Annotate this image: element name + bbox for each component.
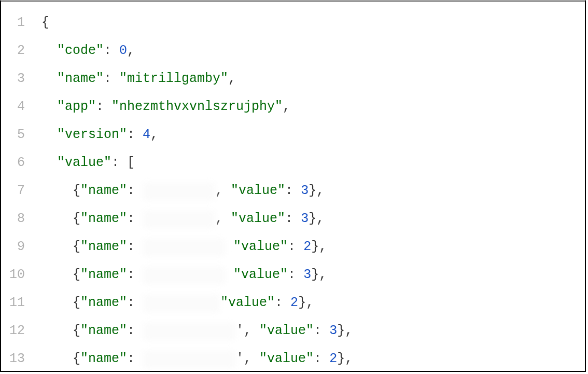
json-key: "name" bbox=[80, 183, 127, 198]
trail: }, bbox=[337, 323, 353, 338]
redacted-value bbox=[143, 295, 220, 312]
line-number: 7 bbox=[1, 177, 25, 205]
json-key: "value" bbox=[231, 211, 285, 226]
trail: }, bbox=[309, 211, 324, 226]
json-number: 4 bbox=[143, 127, 150, 142]
separator: ', bbox=[236, 351, 259, 366]
line-number: 6 bbox=[1, 149, 25, 177]
redacted-value bbox=[143, 239, 226, 256]
line-number: 8 bbox=[1, 205, 25, 233]
line-number: 11 bbox=[1, 289, 25, 317]
json-key: "value" bbox=[233, 239, 288, 254]
json-key: "value" bbox=[259, 323, 314, 338]
separator: ', bbox=[236, 323, 259, 338]
redacted-value bbox=[143, 211, 215, 228]
code-editor-frame: 1 2 3 4 5 6 7 8 9 10 11 12 13 { "code": … bbox=[0, 0, 586, 372]
json-key: "name" bbox=[80, 323, 127, 338]
json-key: "value" bbox=[233, 267, 288, 282]
json-key: "name" bbox=[80, 351, 127, 366]
trail: }, bbox=[311, 267, 327, 282]
redacted-value bbox=[143, 267, 226, 284]
json-key: "name" bbox=[80, 211, 127, 226]
json-number: 2 bbox=[329, 351, 337, 366]
line-number: 3 bbox=[1, 65, 25, 93]
line-number: 13 bbox=[1, 345, 25, 372]
json-key: "value" bbox=[220, 295, 275, 310]
code-line: {"name": , "value": 3}, bbox=[41, 205, 585, 233]
json-number: 2 bbox=[290, 295, 298, 310]
json-key: "code" bbox=[57, 43, 104, 58]
json-key: "app" bbox=[57, 99, 96, 114]
json-number: 2 bbox=[303, 239, 311, 254]
json-key: "version" bbox=[57, 127, 127, 142]
line-number: 10 bbox=[1, 261, 25, 289]
redacted-value bbox=[143, 351, 236, 368]
json-key: "value" bbox=[231, 183, 285, 198]
code-line: {"name": "value": 2}, bbox=[41, 233, 585, 261]
separator: , bbox=[215, 183, 231, 198]
line-number: 4 bbox=[1, 93, 25, 121]
code-line: {"name": "value": 2}, bbox=[41, 289, 585, 317]
trail: }, bbox=[309, 183, 324, 198]
line-number: 5 bbox=[1, 121, 25, 149]
json-number: 3 bbox=[301, 211, 309, 226]
json-key: "name" bbox=[80, 239, 127, 254]
json-string: "mitrillgamby" bbox=[119, 71, 228, 86]
json-number: 3 bbox=[301, 183, 309, 198]
json-key: "name" bbox=[57, 71, 104, 86]
redacted-value bbox=[143, 323, 236, 340]
json-key: "name" bbox=[80, 267, 127, 282]
line-number: 2 bbox=[1, 37, 25, 65]
trail: }, bbox=[337, 351, 353, 366]
json-number: 0 bbox=[119, 43, 127, 58]
code-line: {"name": "value": 3}, bbox=[41, 261, 585, 289]
code-line: "app": "nhezmthvxvnlszrujphy", bbox=[41, 93, 585, 121]
line-number: 9 bbox=[1, 233, 25, 261]
code-line: { bbox=[41, 9, 585, 37]
separator bbox=[226, 267, 233, 282]
separator bbox=[226, 239, 233, 254]
code-line: "code": 0, bbox=[41, 37, 585, 65]
line-number: 12 bbox=[1, 317, 25, 345]
redacted-value bbox=[143, 183, 215, 200]
separator: , bbox=[215, 211, 231, 226]
code-body[interactable]: { "code": 0, "name": "mitrillgamby", "ap… bbox=[32, 2, 585, 371]
json-number: 3 bbox=[303, 267, 311, 282]
json-number: 3 bbox=[329, 323, 337, 338]
code-line: "name": "mitrillgamby", bbox=[41, 65, 585, 93]
code-line: "version": 4, bbox=[41, 121, 585, 149]
code-container: 1 2 3 4 5 6 7 8 9 10 11 12 13 { "code": … bbox=[1, 2, 585, 371]
code-line: {"name": , "value": 3}, bbox=[41, 177, 585, 205]
json-string: "nhezmthvxvnlszrujphy" bbox=[111, 99, 283, 114]
code-line: "value": [ bbox=[41, 149, 585, 177]
code-line: {"name": ', "value": 3}, bbox=[41, 317, 585, 345]
json-key: "value" bbox=[57, 155, 111, 170]
trail: }, bbox=[298, 295, 314, 310]
json-key: "value" bbox=[259, 351, 314, 366]
line-number-gutter: 1 2 3 4 5 6 7 8 9 10 11 12 13 bbox=[1, 2, 32, 371]
line-number: 1 bbox=[1, 9, 25, 37]
code-line: {"name": ', "value": 2}, bbox=[41, 345, 585, 372]
json-key: "name" bbox=[80, 295, 127, 310]
trail: }, bbox=[311, 239, 327, 254]
